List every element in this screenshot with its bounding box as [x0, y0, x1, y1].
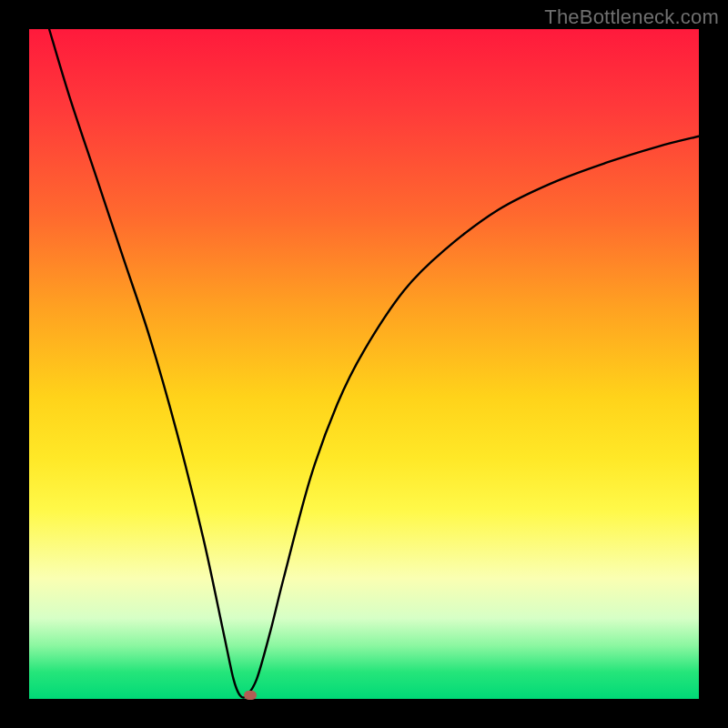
watermark-text: TheBottleneck.com	[544, 5, 719, 29]
bottleneck-curve	[29, 29, 699, 699]
minimum-marker	[244, 691, 257, 700]
chart-frame: TheBottleneck.com	[0, 0, 728, 728]
